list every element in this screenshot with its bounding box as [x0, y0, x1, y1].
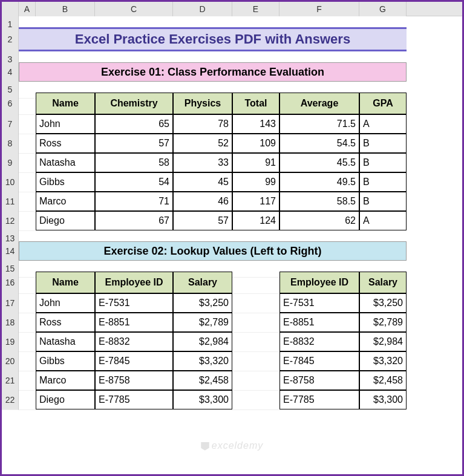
- row-hdr-8[interactable]: 8: [2, 134, 19, 154]
- ex2l-name[interactable]: Gibbs: [36, 351, 95, 371]
- ex1-phys[interactable]: 52: [173, 134, 232, 153]
- ex1-total[interactable]: 99: [232, 172, 279, 192]
- ex1-hdr-name[interactable]: Name: [36, 93, 95, 114]
- ex1-avg[interactable]: 62: [279, 211, 359, 230]
- ex1-phys[interactable]: 46: [173, 192, 232, 211]
- ex2r-salary[interactable]: $2,789: [359, 313, 407, 332]
- col-hdr-D[interactable]: D: [173, 2, 232, 16]
- ex1-total[interactable]: 124: [232, 211, 279, 230]
- row-hdr-18[interactable]: 18: [2, 313, 19, 333]
- ex1-phys[interactable]: 33: [173, 153, 232, 172]
- col-hdr-C[interactable]: C: [95, 2, 173, 16]
- ex2l-salary[interactable]: $3,250: [173, 293, 232, 313]
- ex1-chem[interactable]: 57: [95, 134, 173, 153]
- ex2l-name[interactable]: John: [36, 293, 95, 313]
- ex1-name[interactable]: Ross: [36, 134, 95, 153]
- row-hdr-7[interactable]: 7: [2, 114, 19, 134]
- col-hdr-E[interactable]: E: [232, 2, 279, 16]
- ex1-avg[interactable]: 54.5: [279, 134, 359, 153]
- ex1-avg[interactable]: 58.5: [279, 192, 359, 211]
- ex1-total[interactable]: 143: [232, 114, 279, 134]
- ex1-phys[interactable]: 57: [173, 211, 232, 230]
- ex1-hdr-phys[interactable]: Physics: [173, 93, 232, 114]
- ex2l-salary[interactable]: $3,300: [173, 390, 232, 409]
- ex2r-id[interactable]: E-8832: [279, 332, 359, 351]
- row-hdr-20[interactable]: 20: [2, 351, 19, 371]
- ex1-chem[interactable]: 67: [95, 211, 173, 230]
- ex1-phys[interactable]: 45: [173, 172, 232, 192]
- row-hdr-19[interactable]: 19: [2, 332, 19, 352]
- ex2r-salary[interactable]: $2,984: [359, 332, 407, 351]
- ex1-gpa[interactable]: A: [359, 211, 407, 230]
- ex2r-id[interactable]: E-8758: [279, 371, 359, 390]
- row-hdr-4[interactable]: 4: [2, 62, 19, 82]
- row-hdr-12[interactable]: 12: [2, 211, 19, 231]
- ex2r-id[interactable]: E-8851: [279, 313, 359, 332]
- ex1-gpa[interactable]: A: [359, 114, 407, 134]
- ex2l-salary[interactable]: $2,984: [173, 332, 232, 351]
- ex1-phys[interactable]: 78: [173, 114, 232, 134]
- ex2l-salary[interactable]: $2,789: [173, 313, 232, 332]
- ex1-chem[interactable]: 54: [95, 172, 173, 192]
- col-hdr-B[interactable]: B: [36, 2, 95, 16]
- ex2r-id[interactable]: E-7531: [279, 293, 359, 313]
- row-hdr-22[interactable]: 22: [2, 390, 19, 410]
- ex1-avg[interactable]: 49.5: [279, 172, 359, 192]
- ex1-avg[interactable]: 71.5: [279, 114, 359, 134]
- ex2l-name[interactable]: Ross: [36, 313, 95, 332]
- ex2l-id[interactable]: E-7531: [95, 293, 173, 313]
- col-hdr-A[interactable]: A: [19, 2, 36, 16]
- row-hdr-14[interactable]: 14: [2, 241, 19, 261]
- ex1-chem[interactable]: 71: [95, 192, 173, 211]
- row-hdr-6[interactable]: 6: [2, 93, 19, 115]
- row-hdr-9[interactable]: 9: [2, 153, 19, 173]
- col-hdr-G[interactable]: G: [359, 2, 407, 16]
- ex2r-salary[interactable]: $3,300: [359, 390, 407, 409]
- ex1-avg[interactable]: 45.5: [279, 153, 359, 172]
- ex2l-hdr-salary[interactable]: Salary: [173, 272, 232, 293]
- ex2r-id[interactable]: E-7845: [279, 351, 359, 371]
- ex1-chem[interactable]: 65: [95, 114, 173, 134]
- row-hdr-17[interactable]: 17: [2, 293, 19, 313]
- ex2l-hdr-name[interactable]: Name: [36, 272, 95, 293]
- ex1-name[interactable]: Diego: [36, 211, 95, 230]
- ex1-total[interactable]: 91: [232, 153, 279, 172]
- ex2l-id[interactable]: E-8851: [95, 313, 173, 332]
- row-hdr-16[interactable]: 16: [2, 272, 19, 294]
- row-hdr-11[interactable]: 11: [2, 192, 19, 212]
- ex2l-hdr-id[interactable]: Employee ID: [95, 272, 173, 293]
- ex2l-id[interactable]: E-7845: [95, 351, 173, 371]
- ex2l-id[interactable]: E-8758: [95, 371, 173, 390]
- ex1-gpa[interactable]: B: [359, 134, 407, 153]
- ex1-hdr-total[interactable]: Total: [232, 93, 279, 114]
- ex1-name[interactable]: Gibbs: [36, 172, 95, 192]
- row-hdr-10[interactable]: 10: [2, 172, 19, 192]
- ex1-total[interactable]: 117: [232, 192, 279, 211]
- ex1-hdr-avg[interactable]: Average: [279, 93, 359, 114]
- row-hdr-21[interactable]: 21: [2, 371, 19, 391]
- ex2r-salary[interactable]: $3,250: [359, 293, 407, 313]
- ex1-name[interactable]: John: [36, 114, 95, 134]
- ex2r-id[interactable]: E-7785: [279, 390, 359, 409]
- ex1-gpa[interactable]: B: [359, 153, 407, 172]
- ex2r-salary[interactable]: $2,458: [359, 371, 407, 390]
- ex2l-salary[interactable]: $3,320: [173, 351, 232, 371]
- row-hdr-2[interactable]: 2: [2, 27, 19, 52]
- ex1-total[interactable]: 109: [232, 134, 279, 153]
- ex2l-id[interactable]: E-7785: [95, 390, 173, 409]
- ex1-hdr-chem[interactable]: Chemistry: [95, 93, 173, 114]
- ex1-gpa[interactable]: B: [359, 172, 407, 192]
- ex2l-salary[interactable]: $2,458: [173, 371, 232, 390]
- ex2r-salary[interactable]: $3,320: [359, 351, 407, 371]
- ex1-name[interactable]: Marco: [36, 192, 95, 211]
- ex2r-hdr-id[interactable]: Employee ID: [279, 272, 359, 293]
- ex1-gpa[interactable]: B: [359, 192, 407, 211]
- ex2l-name[interactable]: Diego: [36, 390, 95, 409]
- ex2l-name[interactable]: Marco: [36, 371, 95, 390]
- ex1-name[interactable]: Natasha: [36, 153, 95, 172]
- ex2l-id[interactable]: E-8832: [95, 332, 173, 351]
- ex2l-name[interactable]: Natasha: [36, 332, 95, 351]
- ex1-chem[interactable]: 58: [95, 153, 173, 172]
- ex2r-hdr-salary[interactable]: Salary: [359, 272, 407, 293]
- col-hdr-F[interactable]: F: [279, 2, 359, 16]
